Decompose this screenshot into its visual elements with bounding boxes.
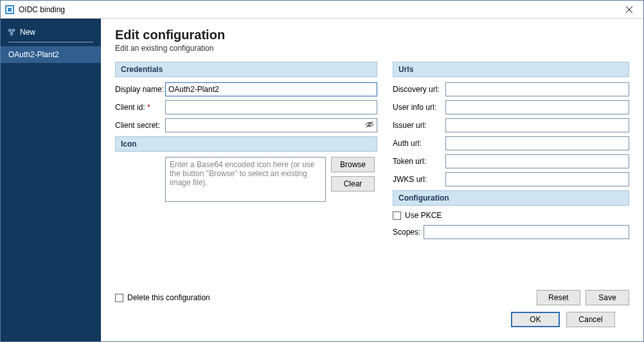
app-icon [4, 4, 15, 15]
icon-header: Icon [115, 136, 377, 152]
ok-button[interactable]: OK [511, 312, 560, 327]
discovery-url-input[interactable] [445, 82, 629, 96]
row-discovery-url: Discovery url: [393, 82, 629, 96]
client-id-input[interactable] [165, 100, 377, 114]
eye-off-icon [364, 120, 375, 130]
icon-base64-input[interactable] [165, 157, 326, 202]
row-display-name: Display name: [115, 82, 377, 96]
use-pkce-label: Use PKCE [405, 211, 442, 220]
auth-url-input[interactable] [445, 136, 629, 150]
close-button[interactable] [615, 1, 643, 19]
client-secret-label: Client secret: [115, 121, 165, 130]
token-url-label: Token url: [393, 157, 445, 166]
save-button[interactable]: Save [586, 290, 629, 305]
discovery-url-label: Discovery url: [393, 85, 445, 94]
delete-config-checkbox[interactable] [115, 294, 123, 302]
row-delete-config: Delete this configuration [115, 293, 210, 302]
row-auth-url: Auth url: [393, 136, 629, 150]
sidebar-divider [8, 42, 93, 42]
left-column: Credentials Display name: Client id: * [115, 62, 377, 202]
row-scopes: Scopes: [393, 225, 629, 239]
main-panel: Edit configuration Edit an existing conf… [101, 19, 643, 341]
required-mark: * [147, 103, 150, 112]
userinfo-url-input[interactable] [445, 100, 629, 114]
footer-row: Delete this configuration Reset Save [115, 284, 629, 305]
display-name-input[interactable] [165, 82, 377, 96]
sidebar-item-label: OAuth2-Plant2 [8, 50, 59, 59]
auth-url-label: Auth url: [393, 139, 445, 148]
urls-header: Urls [393, 62, 629, 77]
dialog-window: OIDC binding New O [0, 0, 644, 342]
delete-config-label: Delete this configuration [127, 293, 210, 302]
right-column: Urls Discovery url: User info url: Issue… [393, 62, 629, 243]
scopes-input[interactable] [424, 225, 629, 239]
icon-area: Browse Clear [165, 157, 377, 202]
sidebar: New OAuth2-Plant2 [1, 19, 101, 341]
row-userinfo-url: User info url: [393, 100, 629, 114]
page-subtitle: Edit an existing configuration [115, 44, 629, 53]
row-client-secret: Client secret: [115, 118, 377, 132]
browse-button[interactable]: Browse [331, 157, 375, 172]
token-url-input[interactable] [445, 154, 629, 168]
sidebar-new-label: New [20, 28, 35, 37]
icon-buttons: Browse Clear [331, 157, 375, 202]
credentials-header: Credentials [115, 62, 377, 77]
userinfo-url-label: User info url: [393, 103, 445, 112]
sidebar-new-button[interactable]: New [1, 25, 101, 42]
row-use-pkce: Use PKCE [393, 211, 629, 220]
window-title: OIDC binding [19, 5, 615, 14]
new-icon [7, 28, 16, 37]
sidebar-item-oauth2-plant2[interactable]: OAuth2-Plant2 [1, 46, 101, 63]
reveal-secret-button[interactable] [364, 120, 375, 132]
row-token-url: Token url: [393, 154, 629, 168]
bottom-bar: OK Cancel [115, 305, 629, 335]
form-columns: Credentials Display name: Client id: * [115, 62, 629, 243]
jwks-url-input[interactable] [445, 172, 629, 186]
row-client-id: Client id: * [115, 100, 377, 114]
cancel-button[interactable]: Cancel [566, 312, 615, 327]
page-title: Edit configuration [115, 28, 629, 42]
use-pkce-checkbox[interactable] [393, 212, 401, 220]
row-issuer-url: Issuer url: [393, 118, 629, 132]
jwks-url-label: JWKS url: [393, 175, 445, 184]
scopes-label: Scopes: [393, 228, 424, 237]
issuer-url-input[interactable] [445, 118, 629, 132]
close-icon [626, 6, 632, 13]
reset-save-buttons: Reset Save [537, 290, 629, 305]
row-jwks-url: JWKS url: [393, 172, 629, 186]
config-header: Configuration [393, 190, 629, 206]
body: New OAuth2-Plant2 Edit configuration Edi… [1, 19, 643, 341]
client-id-label: Client id: * [115, 103, 165, 112]
display-name-label: Display name: [115, 85, 165, 94]
reset-button[interactable]: Reset [537, 290, 580, 305]
titlebar: OIDC binding [1, 1, 643, 19]
clear-button[interactable]: Clear [331, 176, 375, 192]
issuer-url-label: Issuer url: [393, 121, 445, 130]
svg-rect-2 [8, 8, 12, 12]
client-secret-input[interactable] [165, 118, 377, 132]
